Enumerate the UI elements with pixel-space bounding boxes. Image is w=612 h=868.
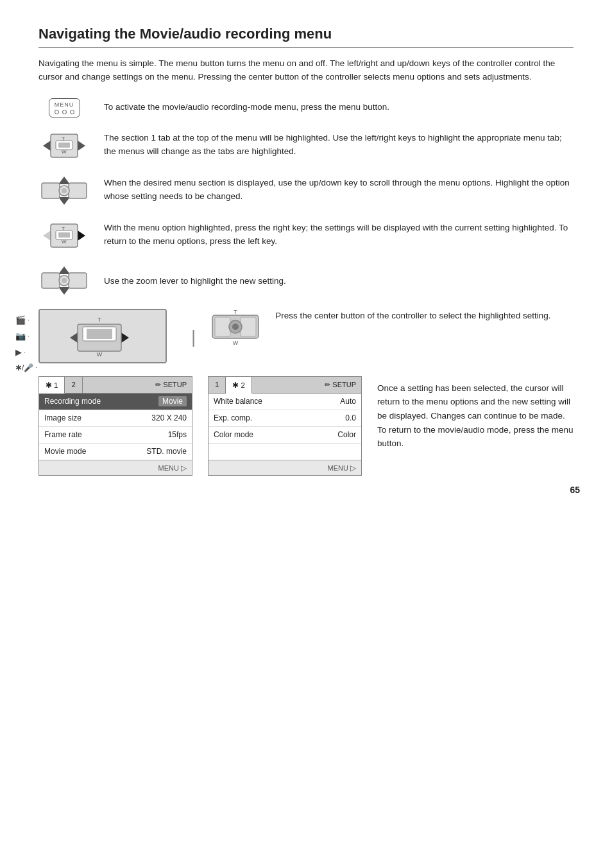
movie-mode-label: Movie mode [44,447,86,456]
white-balance-value: Auto [340,397,356,406]
menu-row-image-size: Image size 320 X 240 [39,410,192,427]
frame-rate-label: Frame rate [44,430,82,439]
svg-text:T: T [234,309,238,315]
center-button-icon-area: T W [207,309,264,348]
svg-rect-32 [87,329,112,339]
once-selected-text: Once a setting has been selected, the cu… [377,376,574,451]
setup-icon-2: ✏ [325,381,330,389]
right-key-icon-area: T W [38,219,90,252]
color-mode-label: Color mode [214,430,253,439]
menu-panel-2: 1 ✱ 2 ✏ SETUP White balance Auto Exp. co… [208,376,362,476]
svg-text:W: W [62,149,67,155]
camera-diagram: 🎬· 📷· ▶· ✱/🎤· T [38,309,180,363]
svg-text:T: T [98,317,101,323]
instruction-text-3: When the desired menu section is display… [104,174,574,204]
recording-mode-label: Recording mode [44,397,101,406]
menu-panel-1: ✱ 1 2 ✏ SETUP Recording mode Movie Image… [38,376,192,476]
menu-row-frame-rate: Frame rate 15fps [39,427,192,444]
page-number: 65 [570,485,580,495]
menu-row-color-mode: Color mode Color [208,427,361,444]
lr-controller-icon-area: T W [38,129,90,162]
zoom-instruction-text: Use the zoom lever to highlight the new … [104,272,574,288]
dot3 [70,110,74,114]
recording-mode-value: Movie [158,396,187,406]
svg-marker-28 [70,333,78,343]
controller-lr-icon: T W [39,129,89,162]
svg-marker-13 [78,230,85,241]
panel2-tab1-label: 1 [215,381,219,388]
menu-dots [55,110,74,114]
menu-row-exp-comp: Exp. comp. 0.0 [208,410,361,427]
menu-footer-label-1: MENU [158,464,179,472]
svg-rect-23 [69,273,87,288]
menu-tab-2-inactive: 1 [208,377,226,393]
display-controller-svg: T W [67,317,138,358]
exp-comp-label: Exp. comp. [214,413,252,422]
svg-marker-14 [43,230,51,241]
svg-rect-9 [42,183,60,198]
display-top: T W [40,310,166,362]
tab2-label: 2 [71,381,75,388]
movie-icon: 🎬· [15,315,37,325]
menu-footer-1: MENU ▷ [39,460,192,475]
intro-paragraph: Navigating the menu is simple. The menu … [38,57,565,84]
zoom-icon-area [38,264,90,297]
movie-mode-value: STD. movie [146,447,187,456]
controller-right-icon: T W [39,219,89,252]
svg-marker-0 [43,141,51,151]
page-title: Navigating the Movie/audio recording men… [38,26,574,48]
color-mode-value: Color [337,430,356,439]
tab1-label: 1 [54,381,58,389]
diagram-section: 🎬· 📷· ▶· ✱/🎤· T [38,309,574,363]
menu-button-icon: MENU [49,98,80,117]
menu-row-empty-1 [208,444,361,460]
svg-text:W: W [97,351,103,358]
svg-marker-20 [58,266,70,274]
menu-setup-2: ✏ SETUP [319,377,361,393]
ud-controller-icon-area [38,174,90,207]
center-button-text: Press the center button of the controlle… [275,309,574,323]
instruction-ud: When the desired menu section is display… [38,174,574,207]
instruction-right-key: T W With the menu option highlighted, pr… [38,219,574,252]
instruction-text-1: To activate the movie/audio recording-mo… [104,98,574,114]
svg-text:W: W [233,340,239,346]
photo-icon: 📷· [15,331,37,341]
camera-display-box: T W [38,309,167,363]
svg-marker-1 [78,141,85,151]
svg-marker-8 [58,197,70,205]
menu-footer-2: MENU ▷ [208,460,361,475]
side-icons: 🎬· 📷· ▶· ✱/🎤· [15,315,37,372]
playback-icon: ▶· [15,347,37,357]
svg-rect-10 [69,183,87,198]
svg-marker-29 [121,333,129,343]
setup-label-1: SETUP [163,381,187,388]
setup-label-2: SETUP [332,381,356,388]
dot1 [55,110,59,114]
svg-point-39 [232,324,239,330]
menu-footer-label-2: MENU [328,464,348,472]
arrow-between: | [191,327,196,347]
white-balance-label: White balance [214,397,262,406]
exp-comp-value: 0.0 [345,413,356,422]
zoom-instruction-row: Use the zoom lever to highlight the new … [38,264,574,297]
frame-rate-value: 15fps [168,430,187,439]
controller-ud-icon [39,174,89,207]
menu-row-recording-mode: Recording mode Movie [39,394,192,410]
dot2 [62,110,67,114]
page-content: Navigating the Movie/audio recording men… [0,0,612,514]
zoom-controller-icon [39,264,89,297]
svg-text:W: W [62,239,67,245]
instruction-text-4: With the menu option highlighted, press … [104,219,574,248]
audio-icon: ✱/🎤· [15,363,37,372]
menu-button-icon-area: MENU [38,98,90,117]
instruction-lr: T W The section 1 tab at the top of the … [38,129,574,162]
svg-rect-18 [58,232,70,238]
menu-label: MENU [55,101,74,108]
menu-footer-arrow-2: ▷ [350,464,356,473]
menu-setup-1: ✏ SETUP [150,377,192,393]
menu-row-white-balance: White balance Auto [208,394,361,410]
menu-tab-1-active: ✱ 1 [39,377,65,394]
tab1-icon: ✱ [46,381,52,390]
svg-rect-36 [215,317,230,336]
image-size-label: Image size [44,413,81,422]
